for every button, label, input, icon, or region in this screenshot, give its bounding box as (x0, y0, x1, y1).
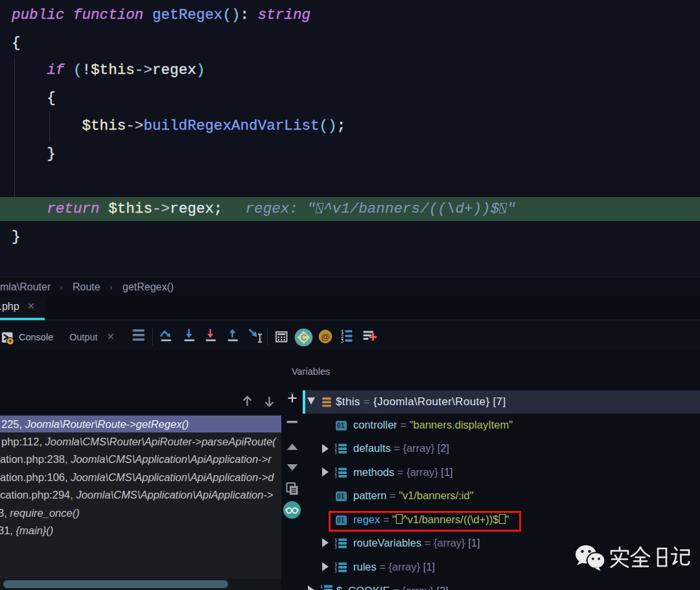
svg-text:@: @ (321, 332, 330, 342)
svg-text:C: C (301, 333, 307, 342)
